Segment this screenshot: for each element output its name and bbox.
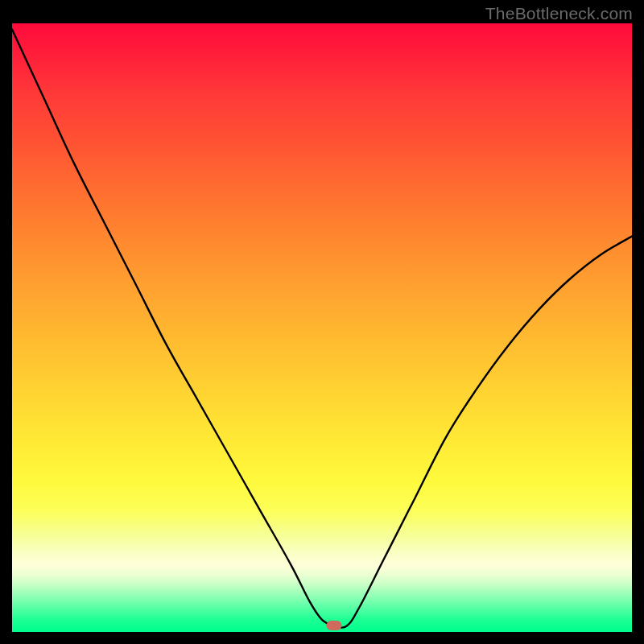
plot-area: [12, 23, 632, 632]
attribution-text: TheBottleneck.com: [485, 4, 633, 23]
bottleneck-curve: [12, 23, 632, 632]
optimal-point-marker: [327, 621, 342, 630]
